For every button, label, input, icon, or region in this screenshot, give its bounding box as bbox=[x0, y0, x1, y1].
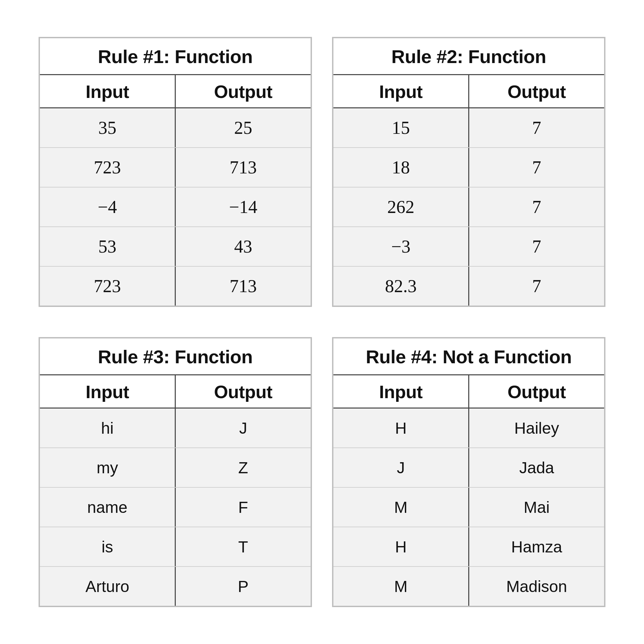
cell-output: Madison bbox=[469, 567, 604, 606]
cell-output: 43 bbox=[176, 227, 311, 266]
table-row: is T bbox=[40, 527, 311, 566]
cell-output: 713 bbox=[176, 267, 311, 306]
cell-output: Z bbox=[176, 448, 311, 487]
col-output-header: Output bbox=[469, 75, 604, 107]
cell-input: 723 bbox=[40, 148, 176, 187]
table-row: 262 7 bbox=[333, 187, 604, 226]
table-row: hi J bbox=[40, 409, 311, 447]
table-body: H Hailey J Jada M Mai H Hamza M Madison bbox=[333, 409, 604, 606]
rule-3-title: Rule #3: Function bbox=[40, 338, 311, 374]
cell-input: J bbox=[333, 448, 469, 487]
col-input-header: Input bbox=[40, 375, 176, 408]
col-input-header: Input bbox=[333, 375, 469, 408]
cell-output: T bbox=[176, 527, 311, 566]
table-row: Arturo P bbox=[40, 566, 311, 606]
table-row: 53 43 bbox=[40, 226, 311, 266]
table-body: hi J my Z name F is T Arturo P bbox=[40, 409, 311, 606]
cell-output: Jada bbox=[469, 448, 604, 487]
cell-input: name bbox=[40, 488, 176, 527]
cell-input: 15 bbox=[333, 108, 469, 147]
table-row: name F bbox=[40, 487, 311, 527]
cell-output: Hailey bbox=[469, 409, 604, 447]
cell-output: J bbox=[176, 409, 311, 447]
table-row: 18 7 bbox=[333, 147, 604, 187]
cell-input: my bbox=[40, 448, 176, 487]
table-body: 35 25 723 713 −4 −14 53 43 723 713 bbox=[40, 108, 311, 306]
cell-input: 262 bbox=[333, 187, 469, 226]
cell-input: 723 bbox=[40, 267, 176, 306]
rule-2-table: Rule #2: Function Input Output 15 7 18 7… bbox=[332, 37, 605, 307]
table-row: my Z bbox=[40, 447, 311, 487]
page: Rule #1: Function Input Output 35 25 723… bbox=[0, 0, 644, 644]
cell-input: Arturo bbox=[40, 567, 176, 606]
col-input-header: Input bbox=[333, 75, 469, 107]
cell-input: 35 bbox=[40, 108, 176, 147]
cell-output: Hamza bbox=[469, 527, 604, 566]
cell-input: 53 bbox=[40, 227, 176, 266]
table-header: Input Output bbox=[40, 74, 311, 108]
rule-1-title: Rule #1: Function bbox=[40, 38, 311, 74]
cell-output: 713 bbox=[176, 148, 311, 187]
table-row: 15 7 bbox=[333, 108, 604, 147]
col-output-header: Output bbox=[176, 75, 311, 107]
table-row: 35 25 bbox=[40, 108, 311, 147]
rule-3-table: Rule #3: Function Input Output hi J my Z… bbox=[39, 337, 312, 607]
cell-input: M bbox=[333, 488, 469, 527]
cell-output: 7 bbox=[469, 227, 604, 266]
col-output-header: Output bbox=[176, 375, 311, 408]
table-row: M Mai bbox=[333, 487, 604, 527]
col-output-header: Output bbox=[469, 375, 604, 408]
cell-output: −14 bbox=[176, 187, 311, 226]
cell-input: M bbox=[333, 567, 469, 606]
table-body: 15 7 18 7 262 7 −3 7 82.3 7 bbox=[333, 108, 604, 306]
table-row: M Madison bbox=[333, 566, 604, 606]
cell-output: P bbox=[176, 567, 311, 606]
cell-input: is bbox=[40, 527, 176, 566]
table-row: 82.3 7 bbox=[333, 266, 604, 306]
table-header: Input Output bbox=[40, 374, 311, 409]
cell-output: Mai bbox=[469, 488, 604, 527]
cell-input: 18 bbox=[333, 148, 469, 187]
cell-input: −4 bbox=[40, 187, 176, 226]
rule-4-table: Rule #4: Not a Function Input Output H H… bbox=[332, 337, 605, 607]
table-row: 723 713 bbox=[40, 147, 311, 187]
table-header: Input Output bbox=[333, 74, 604, 108]
cell-input: H bbox=[333, 409, 469, 447]
col-input-header: Input bbox=[40, 75, 176, 107]
rule-4-title: Rule #4: Not a Function bbox=[333, 338, 604, 374]
cell-output: F bbox=[176, 488, 311, 527]
cell-output: 7 bbox=[469, 187, 604, 226]
table-row: −4 −14 bbox=[40, 187, 311, 226]
table-row: 723 713 bbox=[40, 266, 311, 306]
cell-input: 82.3 bbox=[333, 267, 469, 306]
cell-input: hi bbox=[40, 409, 176, 447]
rule-2-title: Rule #2: Function bbox=[333, 38, 604, 74]
cell-output: 7 bbox=[469, 108, 604, 147]
cell-output: 7 bbox=[469, 148, 604, 187]
cell-input: −3 bbox=[333, 227, 469, 266]
cell-output: 25 bbox=[176, 108, 311, 147]
rule-1-table: Rule #1: Function Input Output 35 25 723… bbox=[39, 37, 312, 307]
table-row: H Hailey bbox=[333, 409, 604, 447]
table-row: H Hamza bbox=[333, 527, 604, 566]
table-row: J Jada bbox=[333, 447, 604, 487]
table-header: Input Output bbox=[333, 374, 604, 409]
table-row: −3 7 bbox=[333, 226, 604, 266]
cell-output: 7 bbox=[469, 267, 604, 306]
cell-input: H bbox=[333, 527, 469, 566]
